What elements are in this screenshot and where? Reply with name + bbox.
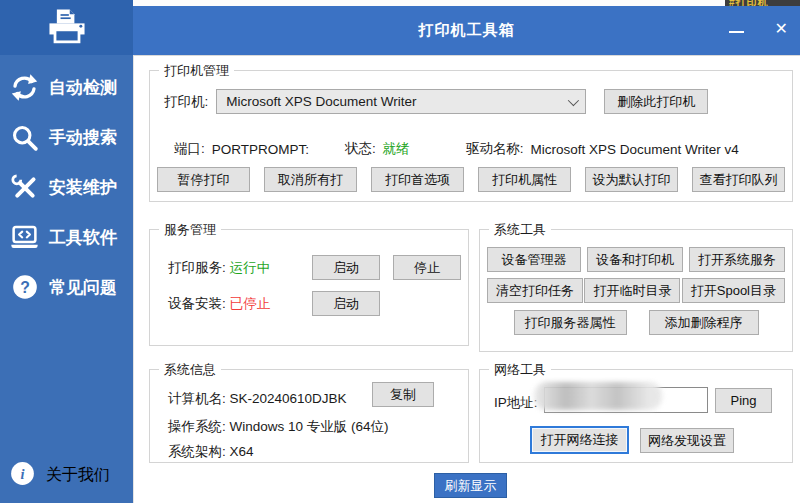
refresh-icon: [9, 72, 40, 103]
port-label: 端口:: [174, 140, 205, 158]
device-install-start-button[interactable]: 启动: [312, 291, 380, 316]
os-label: 操作系统:: [168, 419, 226, 434]
chevron-down-icon: [568, 94, 579, 105]
printer-properties-button[interactable]: 打印机属性: [478, 167, 571, 192]
pause-print-button[interactable]: 暂停打印: [157, 167, 250, 192]
computer-name-value: SK-20240610DJBK: [230, 391, 347, 406]
sidebar-item-manual-search[interactable]: 手动搜索: [0, 112, 133, 162]
printer-management-group: 打印机管理 打印机: Microsoft XPS Document Writer…: [149, 70, 793, 202]
ip-address-label: IP地址:: [494, 394, 538, 412]
info-icon: i: [9, 460, 36, 491]
system-tools-row-3: 打印服务器属性 添加删除程序: [480, 310, 792, 335]
status-label: 状态:: [345, 140, 376, 158]
app-logo-block: [0, 0, 133, 55]
laptop-code-icon: [9, 222, 40, 253]
set-default-button[interactable]: 设为默认打印: [585, 167, 678, 192]
ip-address-field-wrap: [544, 387, 708, 413]
print-service-start-button[interactable]: 启动: [312, 255, 380, 280]
ip-address-input[interactable]: [544, 387, 708, 413]
printer-label: 打印机:: [164, 93, 208, 111]
arch-value: X64: [230, 444, 254, 459]
os-value: Windows 10 专业版 (64位): [230, 419, 389, 434]
group-title: 网络工具: [489, 361, 551, 379]
ping-button[interactable]: Ping: [715, 388, 772, 413]
copy-button[interactable]: 复制: [372, 382, 434, 407]
search-icon: [9, 122, 40, 153]
sidebar-item-auto-detect[interactable]: 自动检测: [0, 62, 133, 112]
print-service-row: 打印服务: 运行中: [168, 255, 270, 280]
open-spool-folder-button[interactable]: 打开Spool目录: [682, 278, 785, 303]
device-install-status: 已停止: [230, 295, 271, 313]
system-tools-group: 系统工具 设备管理器 设备和打印机 打开系统服务 清空打印任务 打开临时目录 打…: [479, 229, 793, 352]
delete-printer-button[interactable]: 删除此打印机: [604, 89, 708, 114]
printer-status-row: 端口: PORTPROMPT: 状态: 就绪 驱动名称: Microsoft X…: [174, 140, 739, 158]
sidebar-item-label: 安装维护: [49, 176, 117, 199]
arch-row: 系统架构: X64: [168, 443, 254, 461]
arch-label: 系统架构:: [168, 444, 226, 459]
system-tools-row-2: 清空打印任务 打开临时目录 打开Spool目录: [487, 278, 785, 303]
svg-text:?: ?: [20, 279, 30, 296]
print-service-stop-button[interactable]: 停止: [393, 255, 461, 280]
network-tools-group: 网络工具 IP地址: Ping 打开网络连接 网络发现设置: [479, 369, 793, 463]
sidebar-item-tool-software[interactable]: 工具软件: [0, 212, 133, 262]
tools-icon: [9, 172, 40, 203]
os-row: 操作系统: Windows 10 专业版 (64位): [168, 418, 389, 436]
devices-and-printers-button[interactable]: 设备和打印机: [587, 247, 683, 272]
sidebar: 自动检测 手动搜索 安: [0, 0, 133, 503]
group-title: 系统工具: [489, 221, 551, 239]
refresh-display-button[interactable]: 刷新显示: [434, 473, 507, 498]
device-install-row: 设备安装: 已停止: [168, 291, 270, 316]
print-service-status: 运行中: [230, 259, 271, 277]
print-preferences-button[interactable]: 打印首选项: [371, 167, 464, 192]
printer-select[interactable]: Microsoft XPS Document Writer: [216, 89, 586, 114]
cancel-all-button[interactable]: 取消所有打: [264, 167, 357, 192]
print-service-label: 打印服务:: [168, 259, 226, 277]
clear-print-jobs-button[interactable]: 清空打印任务: [487, 278, 583, 303]
open-system-services-button[interactable]: 打开系统服务: [689, 247, 785, 272]
titlebar: 打印机工具箱 ✕: [133, 6, 800, 55]
computer-name-label: 计算机名:: [168, 391, 226, 406]
printer-select-value: Microsoft XPS Document Writer: [226, 94, 416, 109]
svg-text:i: i: [21, 465, 25, 481]
driver-label: 驱动名称:: [466, 140, 524, 158]
close-button[interactable]: ✕: [775, 19, 788, 38]
sidebar-item-install-maintain[interactable]: 安装维护: [0, 162, 133, 212]
print-server-properties-button[interactable]: 打印服务器属性: [514, 310, 627, 335]
sidebar-menu: 自动检测 手动搜索 安: [0, 62, 133, 312]
network-discovery-settings-button[interactable]: 网络发现设置: [640, 428, 734, 453]
driver-value: Microsoft XPS Document Writer v4: [531, 142, 739, 157]
group-title: 服务管理: [159, 221, 221, 239]
sidebar-item-label: 手动搜索: [49, 126, 117, 149]
computer-name-row: 计算机名: SK-20240610DJBK: [168, 390, 347, 408]
port-value: PORTPROMPT:: [212, 142, 309, 157]
status-value: 就绪: [383, 140, 410, 158]
printer-toolbox-window: #打印机: [0, 0, 800, 503]
sidebar-item-faq[interactable]: ? 常见问题: [0, 262, 133, 312]
sidebar-item-label: 关于我们: [46, 465, 110, 486]
printer-select-row: 打印机: Microsoft XPS Document Writer 删除此打印…: [164, 89, 708, 114]
printer-actions-row: 暂停打印 取消所有打 打印首选项 打印机属性 设为默认打印 查看打印队列: [157, 167, 785, 192]
view-queue-button[interactable]: 查看打印队列: [692, 167, 785, 192]
system-tools-row-1: 设备管理器 设备和打印机 打开系统服务: [487, 247, 785, 272]
service-management-group: 服务管理 打印服务: 运行中 启动 停止 设备安装: 已停止 启动: [149, 229, 469, 346]
group-title: 打印机管理: [159, 62, 234, 80]
open-network-connections-button[interactable]: 打开网络连接: [530, 426, 629, 454]
open-temp-folder-button[interactable]: 打开临时目录: [584, 278, 680, 303]
device-install-label: 设备安装:: [168, 295, 226, 313]
question-icon: ?: [9, 272, 40, 303]
printer-logo-icon: [43, 8, 91, 48]
main-content: 打印机管理 打印机: Microsoft XPS Document Writer…: [133, 55, 800, 503]
device-manager-button[interactable]: 设备管理器: [487, 247, 581, 272]
minimize-button[interactable]: [729, 31, 744, 33]
sidebar-item-label: 常见问题: [49, 276, 117, 299]
system-info-group: 系统信息 计算机名: SK-20240610DJBK 复制 操作系统: Wind…: [149, 369, 469, 463]
sidebar-item-about[interactable]: i 关于我们: [9, 457, 110, 493]
sidebar-item-label: 自动检测: [49, 76, 117, 99]
window-title: 打印机工具箱: [133, 21, 800, 40]
group-title: 系统信息: [159, 361, 221, 379]
add-remove-programs-button[interactable]: 添加删除程序: [649, 310, 759, 335]
sidebar-item-label: 工具软件: [49, 226, 117, 249]
